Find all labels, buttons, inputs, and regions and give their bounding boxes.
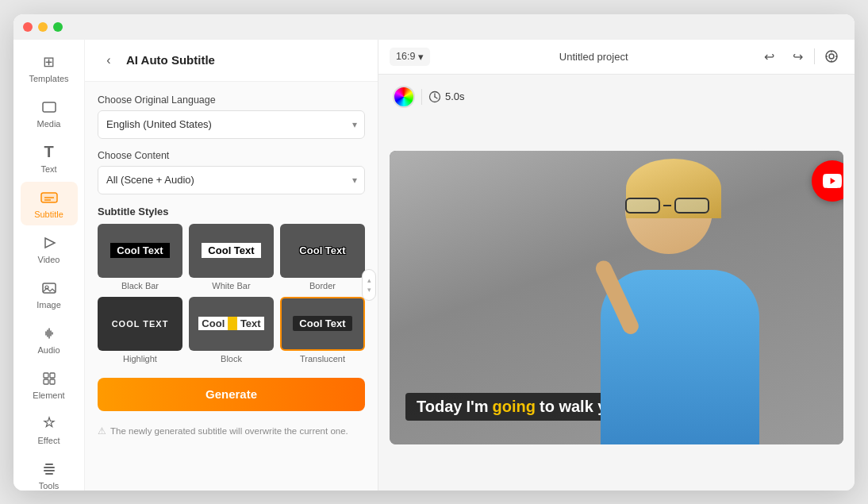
- svg-rect-10: [44, 379, 48, 384]
- sidebar-item-tools[interactable]: Tools: [21, 453, 78, 491]
- styles-section: Subtitle Styles Cool Text Black Bar: [98, 206, 365, 364]
- highlight-text: COOL TEXT: [112, 319, 169, 329]
- svg-point-16: [826, 51, 837, 62]
- style-card-border[interactable]: Cool Text Border: [280, 224, 365, 290]
- maximize-button[interactable]: [53, 22, 63, 32]
- warning-message: The newly generated subtitle will overwr…: [110, 426, 348, 436]
- panel-content: Choose Original Language English (United…: [85, 82, 378, 449]
- sidebar-item-label: Text: [40, 164, 56, 174]
- border-label: Border: [309, 281, 336, 290]
- youtube-button[interactable]: [812, 160, 843, 202]
- style-card-translucent[interactable]: Cool Text Translucent: [280, 297, 365, 364]
- panel-header: ‹ AI Auto Subtitle: [85, 40, 378, 82]
- styles-label: Subtitle Styles: [98, 206, 365, 217]
- svg-rect-8: [44, 373, 48, 378]
- white-bar-label: White Bar: [212, 281, 250, 290]
- sidebar-item-label: Subtitle: [34, 210, 63, 219]
- sidebar-item-label: Audio: [37, 345, 60, 355]
- app-window: ⊞ Templates Media T Text: [13, 14, 855, 491]
- element-icon: [40, 369, 59, 388]
- title-bar: [13, 14, 855, 40]
- translucent-text: Cool Text: [293, 316, 351, 331]
- language-dropdown-wrapper: English (United States) Spanish French G…: [98, 110, 365, 139]
- sidebar-item-video[interactable]: Video: [21, 227, 78, 271]
- sidebar-item-text[interactable]: T Text: [21, 137, 78, 180]
- style-card-white-bar[interactable]: Cool Text White Bar: [189, 224, 274, 290]
- language-section: Choose Original Language English (United…: [98, 94, 365, 139]
- sidebar: ⊞ Templates Media T Text: [13, 40, 85, 491]
- minimize-button[interactable]: [38, 22, 48, 32]
- sidebar-item-media[interactable]: Media: [21, 91, 78, 135]
- style-preview-translucent: Cool Text: [280, 297, 365, 351]
- style-preview-block: Cool Text: [189, 297, 274, 351]
- warning-text-wrapper: ⚠ The newly generated subtitle will over…: [98, 425, 365, 437]
- media-icon: [40, 98, 59, 117]
- canvas-wrapper: Today I'm going to walk you through: [390, 116, 843, 479]
- subtitle-word-going: going: [493, 398, 536, 416]
- style-card-black-bar[interactable]: Cool Text Black Bar: [98, 224, 182, 290]
- time-bar: 5.0s: [390, 86, 843, 108]
- sidebar-item-label: Video: [38, 255, 60, 264]
- content-section: Choose Content All (Scene + Audio) Audio…: [98, 150, 365, 194]
- color-wheel[interactable]: [393, 86, 415, 108]
- video-canvas: Today I'm going to walk you through: [390, 151, 843, 444]
- border-text: Cool Text: [299, 244, 345, 256]
- close-button[interactable]: [23, 22, 33, 32]
- undo-button[interactable]: ↩: [757, 44, 781, 68]
- scroll-hint[interactable]: ▴ ▾: [362, 269, 376, 301]
- content-dropdown-wrapper: All (Scene + Audio) Audio Only Scene Onl…: [98, 166, 365, 194]
- project-title: Untitled project: [438, 51, 749, 63]
- sidebar-item-image[interactable]: Image: [21, 272, 78, 316]
- editor-canvas-area: 5.0s: [378, 75, 855, 491]
- svg-rect-9: [50, 373, 55, 378]
- black-bar-label: Black Bar: [121, 281, 159, 290]
- time-divider: [421, 89, 422, 105]
- translucent-label: Translucent: [300, 354, 345, 364]
- time-value: 5.0s: [445, 90, 465, 102]
- sidebar-item-audio[interactable]: Audio: [21, 317, 78, 361]
- sidebar-item-templates[interactable]: ⊞ Templates: [21, 46, 78, 90]
- language-dropdown[interactable]: English (United States) Spanish French G…: [98, 110, 365, 139]
- sidebar-item-element[interactable]: Element: [21, 363, 78, 406]
- subtitle-word-today: Today: [417, 398, 462, 416]
- sidebar-item-label: Media: [37, 119, 61, 129]
- svg-rect-6: [43, 283, 56, 293]
- effect-icon: [40, 414, 59, 433]
- image-icon: [40, 279, 59, 298]
- camera-button[interactable]: [820, 44, 843, 68]
- style-card-block[interactable]: Cool Text Block: [189, 297, 274, 364]
- text-icon: T: [40, 143, 59, 162]
- svg-point-17: [829, 54, 834, 59]
- aspect-ratio-selector[interactable]: 16:9 ▾: [390, 48, 430, 66]
- content-dropdown[interactable]: All (Scene + Audio) Audio Only Scene Onl…: [98, 166, 365, 194]
- svg-rect-13: [44, 470, 55, 471]
- styles-grid: Cool Text Black Bar Cool Text White Bar: [98, 224, 365, 364]
- generate-button[interactable]: Generate: [98, 378, 365, 411]
- black-bar-text: Cool Text: [110, 243, 169, 258]
- audio-icon: [40, 324, 59, 343]
- style-preview-highlight: COOL TEXT: [98, 297, 182, 351]
- warning-icon: ⚠: [98, 425, 106, 437]
- sidebar-item-subtitle[interactable]: Subtitle: [21, 182, 78, 225]
- redo-button[interactable]: ↪: [785, 44, 809, 68]
- style-card-highlight[interactable]: COOL TEXT Highlight: [98, 297, 182, 364]
- time-display: 5.0s: [428, 90, 465, 103]
- highlight-label: Highlight: [123, 354, 157, 364]
- editor: 16:9 ▾ Untitled project ↩ ↪: [378, 40, 855, 491]
- svg-line-24: [435, 97, 437, 98]
- block-label: Block: [221, 354, 242, 364]
- subtitle-icon: [40, 188, 59, 207]
- panel: ‹ AI Auto Subtitle Choose Original Langu…: [85, 40, 378, 491]
- content-label: Choose Content: [98, 150, 365, 161]
- block-text: Cool Text: [198, 317, 263, 329]
- templates-icon: ⊞: [40, 52, 59, 71]
- editor-toolbar: 16:9 ▾ Untitled project ↩ ↪: [378, 40, 855, 75]
- aspect-ratio-arrow-icon: ▾: [418, 51, 424, 63]
- sidebar-item-label: Tools: [39, 481, 60, 491]
- aspect-ratio-value: 16:9: [396, 51, 415, 62]
- toolbar-actions: ↩ ↪: [757, 44, 843, 68]
- sidebar-item-effect[interactable]: Effect: [21, 408, 78, 452]
- style-preview-black-bar: Cool Text: [98, 224, 182, 278]
- panel-back-button[interactable]: ‹: [99, 51, 118, 70]
- svg-rect-0: [43, 102, 56, 112]
